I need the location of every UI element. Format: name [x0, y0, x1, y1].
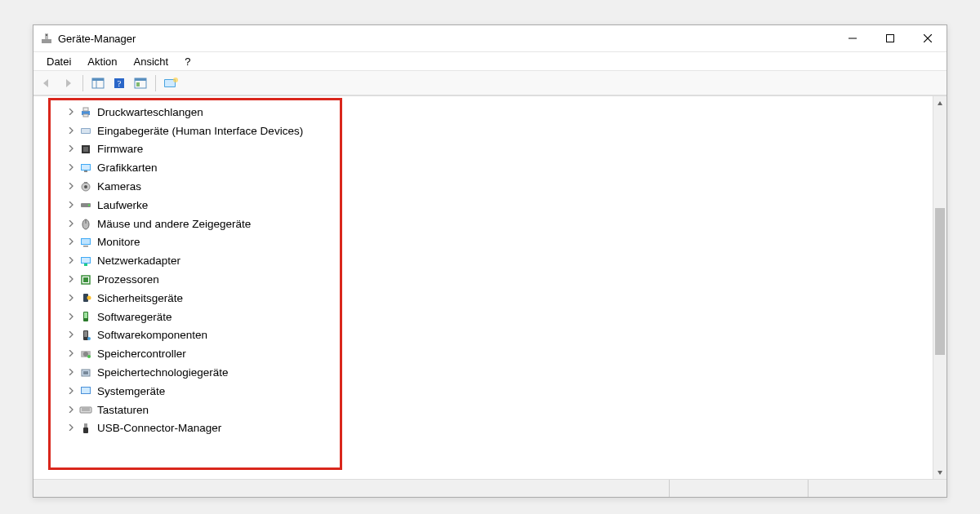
tree-item-display[interactable]: Grafikkarten: [66, 158, 916, 177]
chevron-right-icon[interactable]: [66, 219, 76, 228]
svg-rect-30: [84, 182, 87, 184]
show-hide-tree-button[interactable]: [88, 73, 108, 93]
help-icon[interactable]: ?: [109, 73, 129, 93]
app-icon: [40, 32, 53, 45]
tree-item-label: Druckwarteschlangen: [96, 106, 203, 118]
hid-icon: [79, 124, 92, 137]
tree-item-label: Firmware: [96, 143, 143, 155]
chevron-right-icon[interactable]: [66, 423, 76, 432]
svg-rect-20: [83, 114, 88, 117]
svg-rect-19: [83, 108, 88, 111]
chevron-right-icon[interactable]: [66, 294, 76, 303]
cpu-icon: [79, 273, 92, 286]
tree-item-hid[interactable]: Eingabegeräte (Human Interface Devices): [66, 122, 916, 140]
window-title: Geräte-Manager: [58, 33, 834, 45]
tree-item-label: Sicherheitsgeräte: [96, 292, 183, 304]
chevron-right-icon[interactable]: [66, 144, 76, 153]
chevron-right-icon[interactable]: [66, 182, 76, 191]
chevron-right-icon[interactable]: [66, 387, 76, 396]
svg-rect-27: [84, 171, 87, 172]
usb-icon: [79, 422, 92, 435]
tree-item-label: Prozessoren: [96, 273, 159, 286]
svg-text:?: ?: [118, 78, 122, 88]
chevron-right-icon[interactable]: [66, 368, 76, 377]
svg-rect-16: [165, 80, 175, 86]
svg-point-52: [87, 355, 91, 358]
chevron-right-icon[interactable]: [66, 163, 76, 172]
svg-rect-14: [136, 82, 140, 86]
chevron-right-icon[interactable]: [66, 237, 76, 246]
scroll-thumb[interactable]: [935, 208, 945, 355]
scroll-track[interactable]: [933, 110, 947, 465]
storage-icon: [79, 348, 92, 361]
titlebar[interactable]: Geräte-Manager: [33, 25, 947, 51]
close-button[interactable]: [909, 25, 947, 51]
svg-rect-36: [82, 239, 90, 244]
tree-item-cpu[interactable]: Prozessoren: [66, 270, 916, 289]
mouse-icon: [79, 217, 92, 230]
tree-item-system[interactable]: Systemgeräte: [66, 382, 916, 401]
chevron-right-icon[interactable]: [66, 275, 76, 284]
drive-icon: [79, 198, 92, 211]
window-frame: Geräte-Manager Datei Aktion Ansicht ?: [33, 24, 947, 498]
tree-item-camera[interactable]: Kameras: [66, 177, 916, 196]
tree-item-label: Laufwerke: [96, 199, 148, 211]
maximize-button[interactable]: [871, 25, 909, 51]
svg-rect-22: [82, 129, 90, 133]
tree-item-printer[interactable]: Druckwarteschlangen: [66, 103, 916, 122]
svg-point-32: [88, 205, 90, 206]
chevron-right-icon[interactable]: [66, 126, 76, 135]
keyboard-icon: [79, 403, 92, 416]
svg-rect-37: [83, 246, 88, 247]
menu-view[interactable]: Ansicht: [126, 54, 177, 69]
tree-item-keyboard[interactable]: Tastaturen: [66, 401, 916, 419]
chevron-right-icon[interactable]: [66, 108, 76, 117]
scroll-up-button[interactable]: [933, 96, 947, 110]
tree-item-storage2[interactable]: Speichertechnologiegeräte: [66, 363, 916, 382]
chevron-right-icon[interactable]: [66, 349, 76, 358]
chevron-right-icon[interactable]: [66, 330, 76, 339]
menu-file[interactable]: Datei: [38, 54, 79, 69]
tree-item-component[interactable]: Softwarekomponenten: [66, 326, 916, 345]
chevron-right-icon[interactable]: [66, 312, 76, 321]
tree-item-software[interactable]: Softwaregeräte: [66, 308, 916, 326]
tree-item-mouse[interactable]: Mäuse und andere Zeigegeräte: [66, 215, 916, 233]
display-icon: [79, 162, 92, 175]
svg-point-49: [87, 337, 91, 340]
vertical-scrollbar[interactable]: [933, 96, 947, 479]
forward-button[interactable]: [58, 73, 78, 93]
window-controls: [834, 25, 947, 51]
tree-item-security[interactable]: Sicherheitsgeräte: [66, 289, 916, 308]
chevron-right-icon[interactable]: [66, 201, 76, 210]
toolbar: ?: [33, 71, 947, 95]
tree-item-label: Softwaregeräte: [96, 311, 172, 323]
svg-rect-61: [83, 428, 88, 433]
svg-rect-0: [42, 39, 51, 43]
tree-item-usb[interactable]: USB-Connector-Manager: [66, 419, 916, 438]
svg-rect-8: [92, 78, 104, 81]
tree-item-monitor[interactable]: Monitore: [66, 233, 916, 252]
svg-rect-46: [84, 312, 87, 318]
tree-item-firmware[interactable]: Firmware: [66, 140, 916, 159]
menu-action[interactable]: Aktion: [79, 54, 125, 69]
software-icon: [79, 310, 92, 323]
device-tree[interactable]: DruckwarteschlangenEingabegeräte (Human …: [66, 103, 916, 437]
tree-item-label: Grafikkarten: [96, 162, 158, 174]
tree-item-drive[interactable]: Laufwerke: [66, 196, 916, 215]
menu-help[interactable]: ?: [176, 54, 198, 69]
tree-item-label: Softwarekomponenten: [96, 329, 207, 341]
status-cell: [808, 480, 947, 497]
system-icon: [79, 384, 92, 397]
refresh-button[interactable]: [161, 73, 180, 93]
scroll-down-button[interactable]: [933, 465, 947, 479]
menubar: Datei Aktion Ansicht ?: [33, 51, 947, 71]
toolbar-separator: [82, 75, 83, 91]
tree-item-storage[interactable]: Speichercontroller: [66, 344, 916, 363]
chevron-right-icon[interactable]: [66, 256, 76, 265]
minimize-button[interactable]: [834, 25, 871, 51]
back-button[interactable]: [37, 73, 56, 93]
scan-button[interactable]: [131, 73, 150, 93]
content-area: DruckwarteschlangenEingabegeräte (Human …: [33, 95, 947, 479]
tree-item-network[interactable]: Netzwerkadapter: [66, 251, 916, 270]
chevron-right-icon[interactable]: [66, 405, 76, 414]
